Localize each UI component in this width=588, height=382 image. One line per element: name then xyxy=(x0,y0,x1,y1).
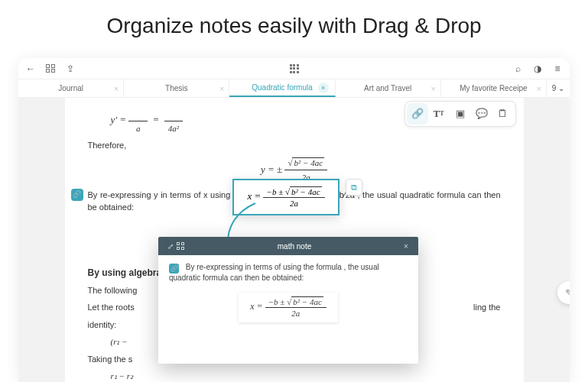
math-text: r₁ − r₂ xyxy=(88,370,501,382)
page-number: 9 xyxy=(552,84,557,92)
edit-fab[interactable]: ✎ xyxy=(557,281,570,304)
image-tool-icon[interactable]: ▣ xyxy=(450,103,471,125)
sticky-tool-icon[interactable]: 🗒 xyxy=(492,103,514,125)
close-icon[interactable]: × xyxy=(430,84,435,93)
document-viewport[interactable]: 🔗 TT ▣ 💬 🗒 y′ = a = 4a² Therefore, y = ±… xyxy=(18,98,570,382)
drag-equation: x = −b ± b² − 4ac 2a xyxy=(247,187,324,208)
link-marker-icon[interactable]: 🔗 xyxy=(169,264,179,274)
close-icon[interactable]: × xyxy=(400,242,412,251)
close-icon[interactable]: × xyxy=(219,84,224,93)
tab-quadratic-formula[interactable]: Quadratic formula × xyxy=(229,79,335,97)
app-window: ← ⇪ ⌕ ◑ ≡ Journal × Thesis × Quadratic f… xyxy=(18,58,570,382)
tab-journal[interactable]: Journal × xyxy=(18,79,124,97)
hero-title: Organize notes easily with Drag & Drop xyxy=(0,0,588,46)
expand-icon[interactable]: ⤢ xyxy=(164,242,177,251)
drag-selection-box[interactable]: x = −b ± b² − 4ac 2a xyxy=(232,179,339,215)
link-marker-icon[interactable]: 🔗 xyxy=(71,189,83,201)
math-text: a xyxy=(128,121,148,135)
tab-art-travel[interactable]: Art and Travel × xyxy=(336,79,441,97)
popup-text: By re-expressing in terms of using the f… xyxy=(169,263,379,282)
math-text: y′ = xyxy=(111,114,127,125)
chevron-down-icon: ⌄ xyxy=(558,84,564,92)
topbar: ← ⇪ ⌕ ◑ ≡ xyxy=(18,58,570,79)
grid-view-icon[interactable] xyxy=(44,63,57,75)
tab-label: Thesis xyxy=(165,84,187,92)
tab-label: My favorite Receipe xyxy=(460,84,527,92)
page-indicator[interactable]: 9 ⌄ xyxy=(547,79,570,97)
grid-icon[interactable] xyxy=(177,242,189,250)
link-tool-icon[interactable]: 🔗 xyxy=(407,103,428,125)
copy-icon[interactable]: ⧉ xyxy=(346,179,362,196)
close-icon[interactable]: × xyxy=(318,83,329,93)
menu-icon[interactable]: ≡ xyxy=(551,63,564,75)
search-icon[interactable]: ⌕ xyxy=(512,63,524,75)
tab-recipe[interactable]: My favorite Receipe × xyxy=(441,79,547,97)
text-tool-icon[interactable]: TT xyxy=(428,103,450,125)
popup-header[interactable]: ⤢ math note × xyxy=(158,237,418,255)
tool-palette: 🔗 TT ▣ 💬 🗒 xyxy=(404,101,516,127)
comment-tool-icon[interactable]: 💬 xyxy=(471,103,492,125)
math-text: b² − 4ac xyxy=(292,157,324,167)
math-text: 4a² xyxy=(164,121,184,135)
tab-label: Art and Travel xyxy=(364,84,411,92)
paragraph: Therefore, xyxy=(88,139,501,152)
tabs-bar: Journal × Thesis × Quadratic formula × A… xyxy=(18,79,570,98)
apps-icon[interactable] xyxy=(288,63,300,75)
share-icon[interactable]: ⇪ xyxy=(64,63,76,75)
popup-equation: x = −b ± b² − 4ac 2a xyxy=(239,293,338,322)
popup-body: 🔗 By re-expressing in terms of using the… xyxy=(158,255,418,330)
toggle-icon[interactable]: ◑ xyxy=(531,63,544,75)
popup-title: math note xyxy=(189,242,400,251)
back-icon[interactable]: ← xyxy=(24,63,37,75)
note-popup[interactable]: ⤢ math note × 🔗 By re-expressing in term… xyxy=(158,237,418,364)
tab-thesis[interactable]: Thesis × xyxy=(124,79,229,97)
tab-label: Journal xyxy=(58,84,83,92)
math-text: y = ± xyxy=(261,163,282,174)
tab-label: Quadratic formula xyxy=(252,83,312,92)
close-icon[interactable]: × xyxy=(114,84,119,93)
close-icon[interactable]: × xyxy=(537,84,541,93)
